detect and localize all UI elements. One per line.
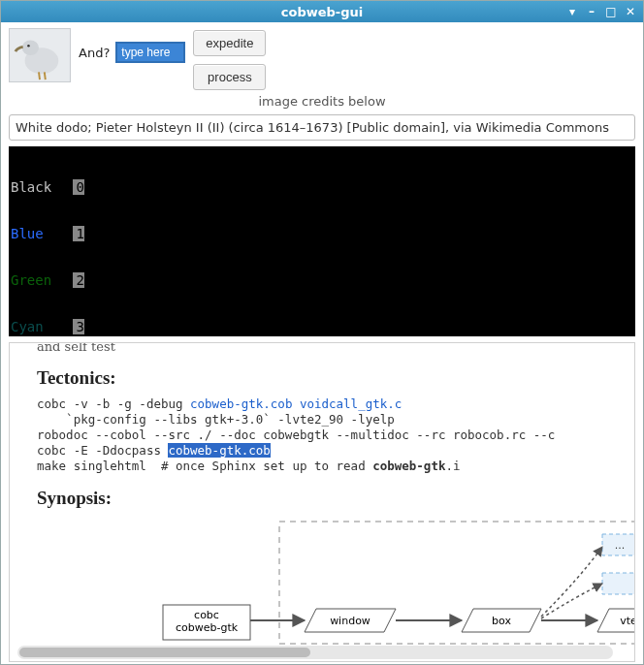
close-icon[interactable]: ✕ (624, 5, 637, 18)
link-cobweb-gtk-cob[interactable]: cobweb-gtk.cob (190, 396, 292, 411)
dodo-image (9, 28, 71, 82)
term-row-cyan: Cyan (11, 319, 73, 334)
and-label: And? (79, 46, 110, 60)
synopsis-heading: Synopsis: (37, 488, 623, 509)
svg-text:box: box (492, 615, 511, 627)
maximize-icon[interactable]: □ (604, 5, 618, 18)
doc-pane[interactable]: and self test Tectonics: cobc -v -b -g -… (9, 342, 635, 662)
svg-text:window: window (330, 615, 370, 627)
and-input[interactable] (115, 42, 185, 63)
and-group: And? (79, 28, 185, 63)
top-panel: And? expedite process (1, 22, 643, 92)
action-buttons: expedite process (193, 28, 266, 90)
window-title: cobweb-gui (1, 5, 643, 19)
dropdown-icon[interactable]: ▾ (565, 5, 579, 18)
doc-cutoff-line: and self test (37, 342, 623, 354)
svg-rect-7 (602, 573, 635, 594)
credits-field[interactable]: White dodo; Pieter Holsteyn II (II) (cir… (9, 114, 635, 141)
svg-point-2 (22, 41, 39, 55)
svg-point-3 (27, 45, 30, 48)
term-row-blue: Blue (11, 226, 73, 241)
credits-caption: image credits below (1, 92, 643, 114)
expedite-button[interactable]: expedite (193, 30, 266, 56)
app-window: cobweb-gui ▾ – □ ✕ And? expedite (0, 0, 644, 665)
svg-text:cobc: cobc (194, 609, 219, 621)
tectonics-heading: Tectonics: (37, 367, 623, 389)
scrollbar-thumb[interactable] (19, 648, 310, 657)
titlebar[interactable]: cobweb-gui ▾ – □ ✕ (1, 1, 643, 22)
svg-text:cobweb-gtk: cobweb-gtk (176, 621, 239, 634)
window-buttons: ▾ – □ ✕ (565, 5, 637, 18)
doc-horizontal-scrollbar[interactable] (17, 646, 613, 659)
svg-text:...: ... (615, 539, 626, 552)
term-row-black: Black (11, 179, 73, 195)
minimize-icon[interactable]: – (585, 5, 598, 18)
process-button[interactable]: process (193, 64, 266, 90)
tectonics-code: cobc -v -b -g -debug cobweb-gtk.cob void… (37, 396, 623, 474)
synopsis-diagram: ... cobc cobweb-gtk window box vte (37, 520, 635, 646)
link-cobweb-gtk-cob-selected[interactable]: cobweb-gtk.cob (168, 443, 270, 458)
svg-text:vte: vte (620, 615, 635, 627)
terminal[interactable]: Black0 Blue1 Green2 Cyan3 Red4 Magenta5 … (9, 146, 635, 336)
term-row-green: Green (11, 272, 73, 288)
link-voidcall-gtk-c[interactable]: voidcall_gtk.c (300, 396, 402, 411)
